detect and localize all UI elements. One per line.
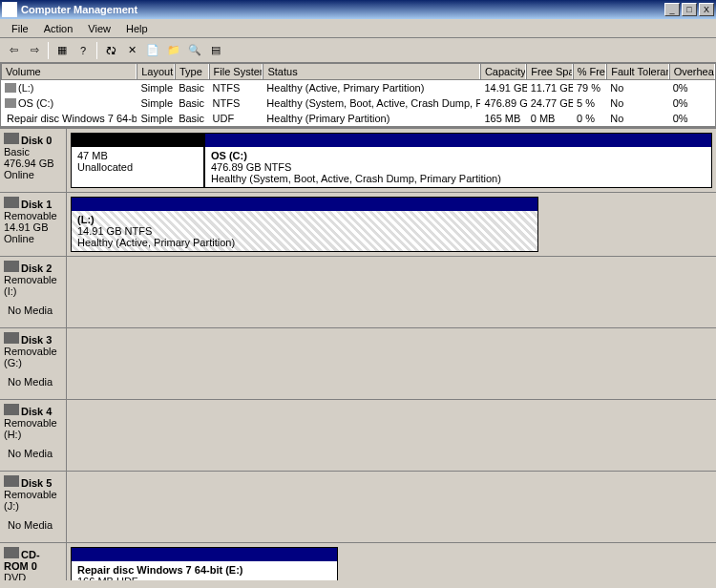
vol-fs: NTFS: [209, 96, 263, 110]
disk-state: Online: [4, 169, 62, 180]
disk-icon: [4, 332, 19, 344]
disk-name: Disk 2: [21, 262, 52, 274]
disk-label[interactable]: Disk 1 Removable 14.91 GB Online: [0, 193, 67, 256]
disk-icon: [4, 404, 19, 415]
partition-primary[interactable]: (L:) 14.91 GB NTFS Healthy (Active, Prim…: [71, 197, 538, 252]
table-body: (L:) Simple Basic NTFS Healthy (Active, …: [1, 80, 715, 126]
col-filesystem[interactable]: File System: [209, 64, 263, 79]
disk-name: Disk 4: [21, 406, 52, 417]
disk-label[interactable]: CD-ROM 0 DVD 166 MB Online: [0, 543, 67, 580]
disk-label[interactable]: Disk 5 Removable (J:) No Media: [0, 472, 67, 542]
col-freespace[interactable]: Free Space: [526, 64, 572, 79]
col-volume[interactable]: Volume: [1, 64, 137, 79]
vol-ov: 0%: [669, 81, 715, 94]
properties-icon[interactable]: 📄: [143, 41, 162, 60]
vol-ov: 0%: [669, 112, 715, 125]
disk-icon: [4, 475, 19, 487]
disk-size: 14.91 GB: [4, 221, 62, 233]
vol-pct: 5 %: [573, 96, 606, 110]
more-icon[interactable]: ▤: [206, 41, 225, 60]
partition-info: 166 MB UDF: [77, 576, 331, 580]
partition-info: 476.89 GB NTFS: [211, 161, 705, 173]
col-pctfree[interactable]: % Free: [573, 64, 607, 79]
disk-partitions: [67, 328, 716, 399]
vol-status: Healthy (System, Boot, Active, Crash Dum…: [263, 96, 480, 110]
maximize-button[interactable]: □: [682, 3, 697, 16]
no-media-label: No Media: [4, 512, 62, 538]
vol-pct: 0 %: [573, 112, 606, 125]
disk-row: CD-ROM 0 DVD 166 MB Online Repair disc W…: [0, 543, 716, 580]
disk-row: Disk 4 Removable (H:) No Media: [0, 400, 716, 472]
disk-row: Disk 5 Removable (J:) No Media: [0, 472, 716, 543]
drive-icon: [5, 98, 16, 108]
refresh-icon[interactable]: 🗘: [101, 41, 120, 60]
partition-size: 47 MB: [77, 150, 198, 161]
no-media-label: No Media: [4, 368, 62, 395]
disk-partitions: [67, 400, 716, 471]
disk-type: Basic: [4, 146, 62, 158]
drive-icon: [5, 83, 16, 93]
vol-ft: No: [606, 112, 668, 125]
col-faulttol[interactable]: Fault Tolerance: [606, 64, 668, 79]
vol-fs: UDF: [209, 112, 263, 125]
vol-layout: Simple: [137, 81, 175, 94]
partition-header: [205, 134, 711, 147]
disk-name: Disk 3: [21, 334, 52, 346]
toolbar-separator: [48, 42, 49, 59]
disk-label[interactable]: Disk 0 Basic 476.94 GB Online: [0, 129, 67, 192]
disk-type: Removable (G:): [4, 346, 62, 368]
vol-ft: No: [606, 96, 668, 110]
vol-pct: 79 %: [573, 81, 606, 94]
disk-partitions: Repair disc Windows 7 64-bit (E:) 166 MB…: [67, 543, 716, 580]
disk-icon: [4, 197, 19, 208]
vol-layout: Simple: [137, 96, 175, 110]
table-row[interactable]: OS (C:) Simple Basic NTFS Healthy (Syste…: [1, 95, 715, 111]
menu-view[interactable]: View: [80, 21, 118, 36]
help-icon[interactable]: ?: [74, 41, 93, 60]
show-hide-icon[interactable]: ▦: [53, 41, 72, 60]
vol-cap: 165 MB: [480, 112, 526, 125]
menu-action[interactable]: Action: [36, 21, 81, 36]
disk-state: Online: [4, 233, 62, 244]
forward-icon[interactable]: ⇨: [25, 41, 44, 60]
table-row[interactable]: Repair disc Windows 7 64-bit (E:) Simple…: [1, 111, 715, 126]
disk-label[interactable]: Disk 4 Removable (H:) No Media: [0, 400, 67, 471]
delete-icon[interactable]: ✕: [122, 41, 141, 60]
settings-icon[interactable]: 📁: [164, 41, 183, 60]
vol-free: 11.71 GB: [527, 81, 573, 94]
vol-ov: 0%: [669, 96, 715, 110]
partition-primary[interactable]: OS (C:) 476.89 GB NTFS Healthy (System, …: [204, 133, 712, 188]
col-type[interactable]: Type: [175, 64, 209, 79]
action-icon[interactable]: 🔍: [185, 41, 204, 60]
volumes-table: Volume Layout Type File System Status Ca…: [0, 63, 716, 127]
vol-ft: No: [606, 81, 668, 94]
disk-label[interactable]: Disk 2 Removable (I:) No Media: [0, 257, 67, 327]
col-status[interactable]: Status: [263, 64, 479, 79]
disk-map-area: Disk 0 Basic 476.94 GB Online 47 MB Unal…: [0, 127, 716, 580]
disk-partitions: [67, 257, 716, 327]
col-overhead[interactable]: Overhead: [669, 64, 715, 79]
partition-primary[interactable]: Repair disc Windows 7 64-bit (E:) 166 MB…: [71, 547, 338, 580]
disk-name: Disk 1: [21, 199, 52, 210]
vol-name: OS (C:): [18, 97, 53, 109]
disk-row: Disk 0 Basic 476.94 GB Online 47 MB Unal…: [0, 129, 716, 193]
partition-name: (L:): [77, 214, 532, 225]
table-header: Volume Layout Type File System Status Ca…: [1, 64, 715, 80]
vol-free: 0 MB: [527, 112, 573, 125]
menu-help[interactable]: Help: [118, 21, 156, 36]
col-capacity[interactable]: Capacity: [480, 64, 526, 79]
vol-type: Basic: [175, 81, 208, 94]
partition-unallocated[interactable]: 47 MB Unallocated: [71, 133, 204, 188]
col-layout[interactable]: Layout: [137, 64, 175, 79]
disk-type: Removable (H:): [4, 417, 62, 440]
close-button[interactable]: X: [699, 3, 714, 16]
back-icon[interactable]: ⇦: [4, 41, 23, 60]
partition-status: Healthy (Active, Primary Partition): [77, 237, 532, 248]
partition-label: Unallocated: [77, 161, 198, 173]
partition-status: Healthy (System, Boot, Active, Crash Dum…: [211, 173, 705, 184]
table-row[interactable]: (L:) Simple Basic NTFS Healthy (Active, …: [1, 80, 715, 95]
menu-file[interactable]: File: [4, 21, 36, 36]
minimize-button[interactable]: _: [664, 3, 680, 16]
disk-name: Disk 5: [21, 477, 52, 489]
disk-label[interactable]: Disk 3 Removable (G:) No Media: [0, 328, 67, 399]
